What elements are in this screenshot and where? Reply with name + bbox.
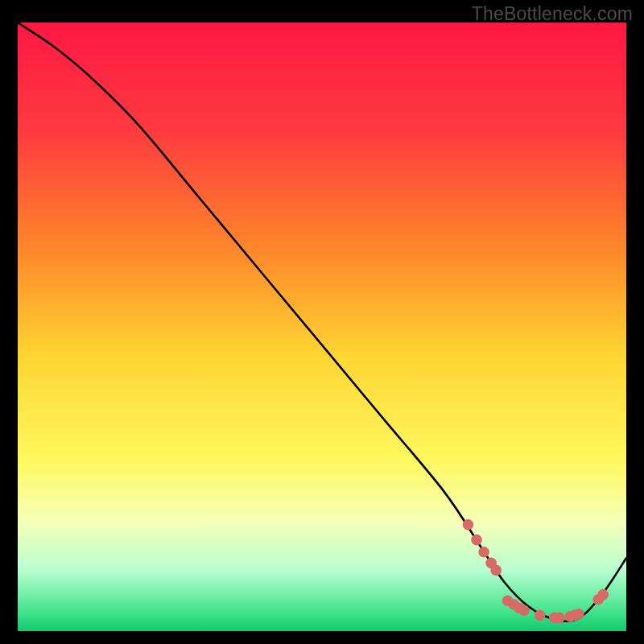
highlight-dot xyxy=(573,609,584,620)
highlight-dot xyxy=(463,519,474,530)
highlight-dot xyxy=(518,605,530,616)
chart-frame: TheBottleneck.com xyxy=(0,0,644,644)
highlight-dot xyxy=(535,610,546,621)
highlight-dot xyxy=(478,547,489,558)
plot-area xyxy=(18,23,626,631)
watermark-text: TheBottleneck.com xyxy=(472,3,633,25)
highlight-dot xyxy=(554,613,565,624)
highlight-dot xyxy=(490,565,502,576)
gradient-background xyxy=(18,23,626,631)
highlight-dot xyxy=(597,589,609,601)
highlight-dot xyxy=(471,535,482,546)
bottleneck-chart xyxy=(18,23,626,631)
